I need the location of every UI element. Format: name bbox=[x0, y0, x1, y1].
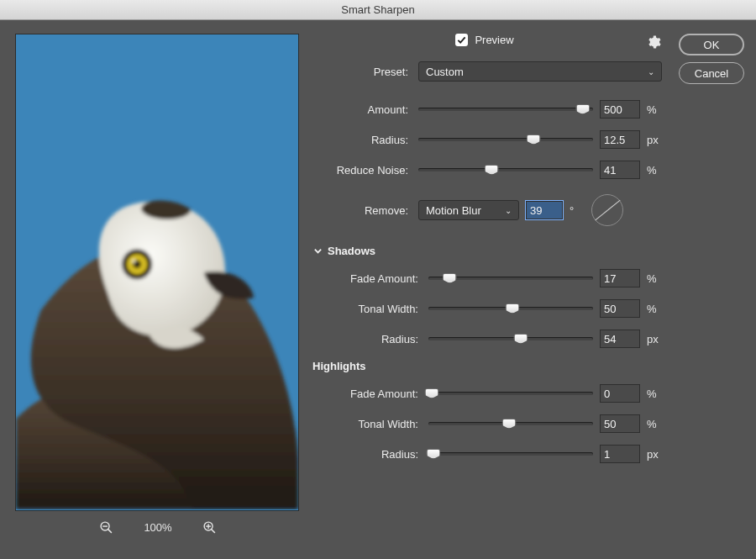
reduce-noise-input[interactable] bbox=[600, 161, 640, 179]
reduce-noise-slider[interactable] bbox=[418, 162, 593, 177]
shadows-tonal-label: Tonal Width: bbox=[312, 303, 422, 315]
reduce-noise-label: Reduce Noise: bbox=[312, 164, 412, 177]
svg-point-3 bbox=[132, 259, 135, 262]
amount-slider[interactable] bbox=[418, 102, 593, 117]
chevron-down-icon bbox=[312, 246, 323, 256]
gear-icon[interactable] bbox=[645, 34, 662, 50]
shadows-fade-label: Fade Amount: bbox=[312, 272, 422, 285]
amount-label: Amount: bbox=[312, 103, 412, 116]
shadows-tonal-input[interactable] bbox=[600, 299, 640, 318]
shadows-radius-slider[interactable] bbox=[428, 331, 593, 346]
cancel-button[interactable]: Cancel bbox=[679, 62, 744, 84]
chevron-down-icon: ⌄ bbox=[505, 206, 512, 215]
hl-tonal-slider[interactable] bbox=[428, 416, 593, 431]
radius-slider[interactable] bbox=[418, 132, 593, 147]
zoom-in-icon[interactable] bbox=[202, 519, 218, 535]
zoom-out-icon[interactable] bbox=[98, 519, 113, 535]
preset-select[interactable]: Custom ⌄ bbox=[418, 61, 662, 82]
title-bar: Smart Sharpen bbox=[0, 0, 756, 20]
radius-label: Radius: bbox=[312, 134, 412, 146]
hl-radius-label: Radius: bbox=[312, 448, 422, 461]
shadows-fade-input[interactable] bbox=[600, 269, 640, 287]
svg-line-5 bbox=[108, 529, 112, 532]
hl-radius-input[interactable] bbox=[600, 445, 640, 463]
zoom-level: 100% bbox=[144, 521, 171, 534]
preview-image[interactable] bbox=[15, 34, 299, 511]
preset-label: Preset: bbox=[312, 66, 412, 78]
hl-tonal-label: Tonal Width: bbox=[312, 418, 422, 430]
angle-dial[interactable] bbox=[591, 194, 623, 226]
hl-fade-label: Fade Amount: bbox=[312, 388, 422, 400]
amount-input[interactable] bbox=[600, 100, 640, 119]
hl-fade-input[interactable] bbox=[600, 384, 640, 403]
chevron-down-icon: ⌄ bbox=[648, 67, 654, 76]
shadows-radius-input[interactable] bbox=[600, 330, 640, 348]
preview-checkbox[interactable] bbox=[455, 34, 468, 46]
ok-button[interactable]: OK bbox=[679, 34, 744, 55]
shadows-tonal-slider[interactable] bbox=[428, 301, 593, 316]
highlights-heading: Highlights bbox=[312, 360, 662, 372]
remove-select[interactable]: Motion Blur ⌄ bbox=[418, 200, 519, 220]
shadows-radius-label: Radius: bbox=[312, 333, 422, 345]
hl-tonal-input[interactable] bbox=[600, 414, 640, 433]
preview-label: Preview bbox=[475, 34, 513, 46]
radius-input[interactable] bbox=[600, 130, 640, 149]
shadows-heading[interactable]: Shadows bbox=[312, 245, 662, 257]
svg-line-8 bbox=[212, 529, 215, 532]
shadows-fade-slider[interactable] bbox=[428, 271, 593, 286]
remove-label: Remove: bbox=[312, 204, 412, 217]
remove-angle-input[interactable] bbox=[526, 201, 563, 219]
dialog-title: Smart Sharpen bbox=[341, 3, 414, 16]
hl-fade-slider[interactable] bbox=[428, 386, 593, 401]
hl-radius-slider[interactable] bbox=[428, 446, 593, 461]
